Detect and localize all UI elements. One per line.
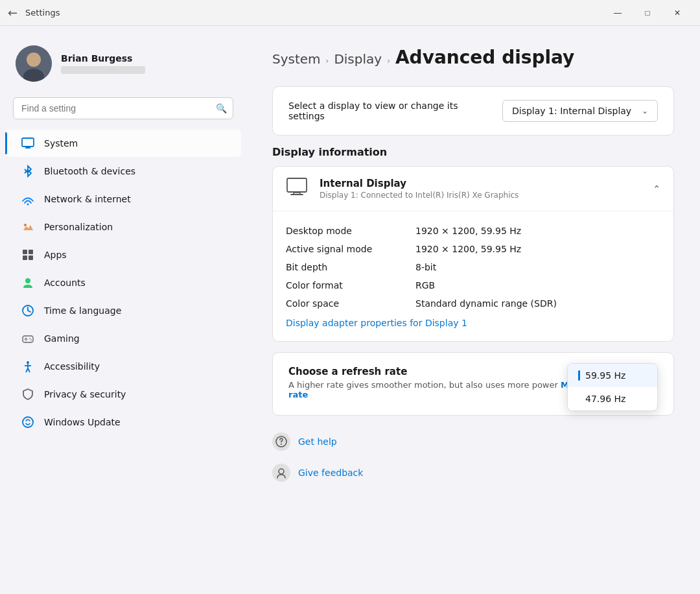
refresh-rate-card: Choose a refresh rate A higher rate give… [272, 352, 674, 416]
refresh-option-5995[interactable]: 59.95 Hz [568, 364, 657, 387]
bluetooth-icon [21, 164, 35, 178]
display-info-text: Internal Display Display 1: Connected to… [320, 178, 519, 200]
sidebar-item-time-label: Time & language [44, 305, 121, 316]
search-box: 🔍 [13, 97, 233, 119]
spec-row-signal: Active signal mode 1920 × 1200, 59.95 Hz [286, 240, 660, 258]
privacy-icon [21, 387, 35, 401]
minimize-button[interactable]: — [603, 3, 633, 23]
refresh-desc-text: A higher rate gives smoother motion, but… [288, 380, 558, 390]
get-help-link[interactable]: Get help [272, 426, 674, 457]
display-info-header: Internal Display Display 1: Connected to… [273, 167, 673, 211]
spec-value-color-format: RGB [415, 280, 435, 291]
spec-value-bit: 8-bit [415, 262, 436, 272]
sidebar-item-gaming[interactable]: Gaming [5, 325, 241, 352]
user-name: Brian Burgess [61, 53, 231, 64]
breadcrumb-sep2: › [387, 56, 390, 65]
search-input[interactable] [13, 97, 233, 119]
system-icon [21, 136, 35, 150]
spec-row-bit: Bit depth 8-bit [286, 258, 660, 276]
give-feedback-link[interactable]: Give feedback [272, 457, 674, 488]
spec-label-signal: Active signal mode [286, 244, 402, 254]
svg-rect-10 [29, 250, 33, 254]
display-name: Internal Display [320, 178, 519, 189]
sidebar-item-accessibility-label: Accessibility [44, 361, 100, 372]
sidebar-item-update[interactable]: Windows Update [5, 409, 241, 436]
display-select-card: Select a display to view or change its s… [272, 86, 674, 136]
sidebar-item-privacy-label: Privacy & security [44, 389, 126, 399]
window-controls: — □ ✕ [603, 3, 692, 23]
sidebar-item-personalization-label: Personalization [44, 222, 113, 232]
main-content: System › Display › Advanced display Sele… [246, 26, 700, 594]
refresh-rate-dropdown[interactable]: 59.95 Hz 47.96 Hz [567, 363, 658, 411]
maximize-button[interactable]: □ [633, 3, 662, 23]
sidebar-item-gaming-label: Gaming [44, 333, 80, 344]
search-icon: 🔍 [216, 103, 227, 113]
user-profile[interactable]: Brian Burgess [0, 39, 246, 97]
get-help-label: Get help [298, 436, 337, 447]
update-icon [21, 415, 35, 429]
give-feedback-label: Give feedback [298, 468, 363, 478]
svg-rect-9 [23, 250, 27, 254]
svg-point-32 [279, 469, 284, 474]
sidebar-item-time[interactable]: Time & language [5, 297, 241, 324]
svg-rect-4 [25, 147, 30, 148]
accounts-icon [21, 276, 35, 290]
display-specs: Desktop mode 1920 × 1200, 59.95 Hz Activ… [273, 211, 673, 341]
collapse-icon[interactable]: ⌃ [653, 184, 660, 194]
sidebar-item-apps-label: Apps [44, 250, 67, 260]
spec-value-color-space: Standard dynamic range (SDR) [415, 298, 557, 309]
svg-point-8 [24, 224, 27, 226]
spec-label-color-format: Color format [286, 280, 402, 291]
spec-row-desktop: Desktop mode 1920 × 1200, 59.95 Hz [286, 222, 660, 240]
sidebar-item-system[interactable]: System [5, 130, 241, 157]
adapter-link[interactable]: Display adapter properties for Display 1 [286, 313, 467, 331]
breadcrumb-system[interactable]: System [272, 51, 321, 67]
spec-label-desktop: Desktop mode [286, 226, 402, 236]
sidebar-item-accounts[interactable]: Accounts [5, 269, 241, 296]
network-icon [21, 192, 35, 206]
spec-row-color-space: Color space Standard dynamic range (SDR) [286, 294, 660, 313]
svg-rect-11 [23, 255, 27, 260]
svg-point-25 [23, 417, 33, 427]
refresh-option-5995-label: 59.95 Hz [585, 370, 625, 381]
spec-row-color-format: Color format RGB [286, 276, 660, 294]
sidebar-item-system-label: System [44, 138, 78, 148]
sidebar-item-network[interactable]: Network & internet [5, 185, 241, 213]
sidebar-item-bluetooth[interactable]: Bluetooth & devices [5, 158, 241, 185]
breadcrumb: System › Display › Advanced display [272, 47, 674, 68]
display-info-section-title: Display information [272, 146, 674, 158]
svg-rect-27 [287, 178, 307, 192]
display-dropdown[interactable]: Display 1: Internal Display ⌄ [502, 100, 658, 122]
breadcrumb-sep1: › [326, 56, 329, 65]
svg-point-7 [27, 204, 29, 206]
spec-value-desktop: 1920 × 1200, 59.95 Hz [415, 226, 521, 236]
spec-value-signal: 1920 × 1200, 59.95 Hz [415, 244, 521, 254]
sidebar-item-apps[interactable]: Apps [5, 241, 241, 268]
svg-rect-3 [22, 138, 34, 147]
sidebar-item-accounts-label: Accounts [44, 278, 86, 288]
personalization-icon [21, 220, 35, 234]
close-button[interactable]: ✕ [662, 3, 692, 23]
display-select-row: Select a display to view or change its s… [288, 100, 658, 122]
breadcrumb-display[interactable]: Display [334, 51, 382, 67]
empty-indicator [578, 394, 580, 404]
display-info-header-left: Internal Display Display 1: Connected to… [286, 177, 519, 200]
avatar [16, 45, 52, 82]
svg-point-20 [27, 361, 29, 364]
display-select-label: Select a display to view or change its s… [288, 101, 470, 121]
svg-point-1 [27, 53, 41, 67]
title-bar: ← Settings — □ ✕ [0, 0, 700, 26]
sidebar-item-privacy[interactable]: Privacy & security [5, 381, 241, 408]
svg-rect-12 [29, 255, 33, 260]
selected-indicator [578, 370, 580, 381]
back-button[interactable]: ← [8, 6, 18, 19]
bottom-links: Get help Give feedback [272, 426, 674, 488]
sidebar-item-personalization[interactable]: Personalization [5, 213, 241, 241]
sidebar-item-accessibility[interactable]: Accessibility [5, 353, 241, 380]
sidebar-item-update-label: Windows Update [44, 417, 121, 427]
refresh-option-4796[interactable]: 47.96 Hz [568, 387, 657, 410]
user-email [61, 66, 145, 74]
get-help-icon [272, 433, 290, 451]
nav-menu: System Bluetooth & devices [0, 130, 246, 436]
display-info-card: Internal Display Display 1: Connected to… [272, 166, 674, 342]
